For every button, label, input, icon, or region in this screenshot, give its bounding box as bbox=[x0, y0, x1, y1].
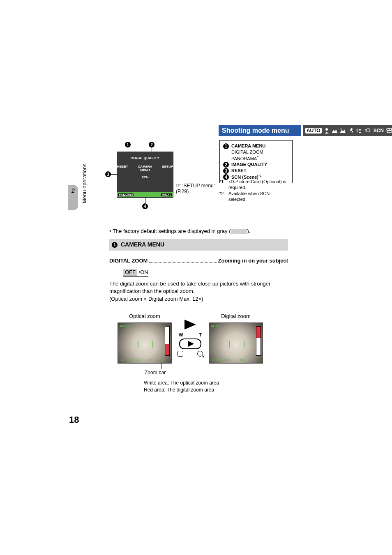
section-title: CAMERA MENU bbox=[121, 241, 164, 249]
leader-line bbox=[111, 174, 117, 175]
callout-3: 3 bbox=[105, 171, 111, 177]
movie-mode-icon bbox=[386, 128, 392, 133]
menu-bottom-bar: EXIT▸MENU SET▸OK bbox=[117, 192, 173, 197]
mode-icon-strip: AUTO SCN bbox=[303, 125, 392, 136]
magnifier-icon bbox=[197, 351, 203, 357]
legend-num-1: 1 bbox=[223, 143, 229, 149]
legend-sup-1: *1 bbox=[257, 155, 260, 159]
setup-menu-crossref: ☞ "SETUP menu" (P.29) bbox=[176, 182, 215, 194]
preview-info-right: 4 bbox=[253, 358, 254, 362]
tele-label: T bbox=[199, 332, 202, 338]
chapter-tab: 2 bbox=[68, 185, 78, 210]
camera-menu-screen: IMAGE QUALITY RESET CAMERA MENU SETUP SC… bbox=[117, 152, 173, 198]
zoom-transition: W T bbox=[176, 320, 205, 356]
landscape-mode-icon bbox=[332, 128, 337, 133]
factory-default-note: • The factory default settings are displ… bbox=[109, 228, 288, 235]
zoom-bar-note-white: White area: The optical zoom area bbox=[144, 380, 288, 387]
svg-point-4 bbox=[387, 128, 389, 131]
callout-2: 2 bbox=[149, 142, 154, 147]
focus-brackets-icon bbox=[138, 341, 153, 348]
menu-item-reset: RESET bbox=[117, 165, 128, 172]
legend-sub-digital-zoom: DIGITAL ZOOM bbox=[223, 149, 289, 155]
svg-point-5 bbox=[389, 128, 392, 131]
preview-mode-label: AUTO bbox=[120, 324, 129, 328]
digital-zoom-caption: Digital zoom bbox=[209, 313, 263, 320]
zoom-bar-label: Zoom bar bbox=[145, 369, 288, 376]
footnote-text-2: Available when SCN selected. bbox=[228, 191, 287, 203]
digital-zoom-heading: DIGITAL ZOOM bbox=[109, 257, 148, 265]
factory-note-prefix: • The factory default settings are displ… bbox=[109, 228, 231, 234]
digital-zoom-preview: AUTO HQ 2592×1944 IN 4 bbox=[209, 322, 263, 364]
gray-swatch bbox=[231, 229, 247, 234]
preview-in-label: IN bbox=[149, 358, 152, 362]
menu-item-setup: SETUP bbox=[162, 165, 173, 172]
callout-1: 1 bbox=[125, 142, 131, 147]
leader-line bbox=[145, 197, 145, 203]
zoom-bar-note-red: Red area: The digital zoom area bbox=[144, 387, 288, 394]
preview-info-left: HQ 2592×1944 bbox=[211, 358, 231, 362]
digital-zoom-heading-row: DIGITAL ZOOM Zooming in on your subject bbox=[109, 257, 288, 265]
section-num: 1 bbox=[112, 242, 118, 248]
chapter-number: 2 bbox=[68, 187, 78, 194]
zoom-illustration: Optical zoom AUTO HQ 2592×1944 IN 4 W bbox=[118, 313, 288, 364]
leader-line bbox=[161, 364, 161, 369]
optical-zoom-preview: AUTO HQ 2592×1944 IN 4 bbox=[118, 322, 172, 364]
option-line: OFF /ON bbox=[123, 269, 288, 277]
legend-sup-2: *2 bbox=[258, 174, 262, 177]
legend-num-3: 3 bbox=[223, 168, 229, 174]
pointer-icon: ☞ bbox=[176, 182, 180, 189]
digital-zoom-body2: (Optical zoom × Digital zoom Max. 12×) bbox=[109, 295, 288, 303]
footnote-label-1: *1 bbox=[219, 179, 226, 191]
auto-mode-icon: AUTO bbox=[305, 128, 322, 134]
thumbnail-icon bbox=[178, 351, 183, 357]
svg-point-0 bbox=[325, 128, 328, 131]
zoom-bar-optical bbox=[165, 326, 170, 356]
preview-mode-label: AUTO bbox=[211, 324, 220, 328]
preview-info-left: HQ 2592×1944 bbox=[120, 358, 139, 362]
image-stabilization-icon bbox=[364, 128, 371, 134]
menu-legend: 1 CAMERA MENU DIGITAL ZOOM PANORAMA*1 2 … bbox=[219, 140, 293, 183]
factory-note-suffix: ). bbox=[247, 228, 251, 234]
digital-zoom-desc: Zooming in on your subject bbox=[218, 257, 288, 265]
option-off: OFF bbox=[123, 269, 137, 276]
arrow-right-icon bbox=[184, 320, 196, 329]
callout-4: 4 bbox=[142, 203, 148, 209]
footnote-label-2: *2 bbox=[219, 191, 226, 203]
footnote-text-1: xD-Picture Card (Optional) is required. bbox=[228, 179, 287, 191]
self-portrait-mode-icon bbox=[356, 128, 362, 134]
header-title: Shooting mode menu bbox=[222, 127, 289, 134]
digital-zoom-body1: The digital zoom can be used to take clo… bbox=[109, 280, 288, 295]
preview-in-label: IN bbox=[240, 358, 243, 362]
dotted-leader bbox=[149, 262, 216, 263]
option-on: /ON bbox=[137, 269, 148, 275]
setup-ref-page: (P.29) bbox=[176, 189, 189, 194]
svg-rect-6 bbox=[387, 131, 391, 133]
exit-hint: EXIT▸MENU bbox=[118, 193, 134, 196]
svg-point-2 bbox=[351, 128, 353, 130]
shooting-mode-menu-header: Shooting mode menu bbox=[219, 125, 301, 136]
chapter-label: Menu operations bbox=[81, 164, 88, 203]
zoom-bar-digital bbox=[256, 326, 261, 356]
legend-title-2: IMAGE QUALITY bbox=[231, 161, 267, 168]
menu-item-image-quality: IMAGE QUALITY bbox=[117, 156, 173, 160]
menu-item-scn: SCN bbox=[117, 175, 173, 179]
focus-brackets-icon bbox=[229, 341, 244, 348]
svg-point-1 bbox=[340, 129, 341, 130]
zoom-rocker-icon bbox=[179, 339, 201, 349]
legend-footnotes: *1 xD-Picture Card (Optional) is require… bbox=[219, 179, 287, 202]
optical-zoom-caption: Optical zoom bbox=[118, 313, 172, 320]
portrait-mode-icon bbox=[324, 128, 329, 134]
menu-item-camera-menu: CAMERA MENU bbox=[136, 165, 155, 172]
night-mode-icon bbox=[340, 128, 346, 133]
set-hint: SET▸OK bbox=[161, 193, 172, 196]
scn-mode-label: SCN bbox=[374, 128, 384, 134]
legend-num-2: 2 bbox=[223, 162, 229, 168]
legend-sub-panorama: PANORAMA bbox=[231, 156, 257, 161]
page-number: 18 bbox=[69, 415, 79, 425]
menu-diagram: 1 2 3 4 IMAGE QUALITY RESET CAMERA MENU … bbox=[109, 142, 286, 210]
preview-info-right: 4 bbox=[161, 358, 163, 362]
sports-mode-icon bbox=[348, 128, 354, 134]
wide-label: W bbox=[179, 332, 183, 338]
section-camera-menu: 1 CAMERA MENU bbox=[109, 239, 288, 251]
svg-point-3 bbox=[359, 129, 361, 131]
